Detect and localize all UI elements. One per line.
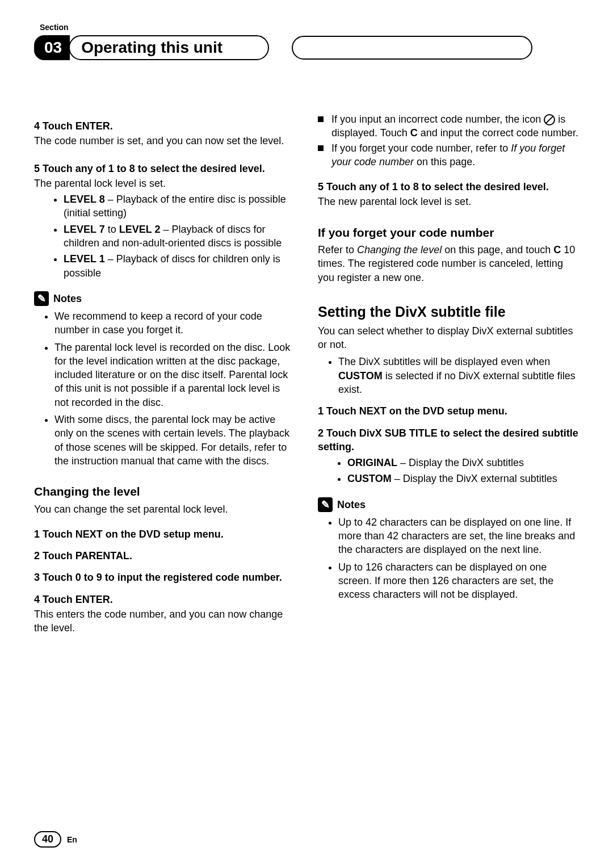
pencil-icon: ✎ [318,497,333,512]
step-4-head: 4 Touch ENTER. [34,119,295,133]
divx-step-2: 2 Touch DivX SUB TITLE to select the des… [318,426,579,454]
language-label: En [67,835,77,844]
prohibited-icon [544,114,555,125]
info-bullet: If you input an incorrect code number, t… [318,112,579,140]
pencil-icon: ✎ [34,291,49,306]
change-step-4: 4 Touch ENTER. [34,593,295,606]
note-item: We recommend to keep a record of your co… [54,309,295,337]
page-footer: 40 En [34,831,77,848]
right-step-5-head: 5 Touch any of 1 to 8 to select the desi… [318,180,579,194]
change-step-2: 2 Touch PARENTAL. [34,549,295,563]
divx-heading: Setting the DivX subtitle file [318,303,579,322]
note-item: Up to 126 characters can be displayed on… [338,560,579,602]
subtitle-option-custom: CUSTOM – Display the DivX external subti… [347,472,579,485]
section-label: Section [40,23,579,32]
page-number: 40 [34,831,61,848]
notes-heading: ✎ Notes [318,497,579,512]
chapter-header: 03 Operating this unit [34,35,579,60]
notes-label: Notes [337,498,366,511]
level-list: LEVEL 8 – Playback of the entire disc is… [34,192,295,280]
info-bullet: If you forget your code number, refer to… [318,141,579,169]
divx-info-list: The DivX subtitles will be displayed eve… [318,355,579,396]
step-4-body: The code number is set, and you can now … [34,134,295,148]
notes-list: We recommend to keep a record of your co… [34,309,295,468]
left-column: 4 Touch ENTER. The code number is set, a… [34,111,295,635]
divx-intro: You can select whether to display DivX e… [318,324,579,352]
forget-code-heading: If you forget your code number [318,225,579,241]
note-item: The parental lock level is recorded on t… [54,341,295,409]
change-step-4-body: This enters the code number, and you can… [34,607,295,635]
divx-info-item: The DivX subtitles will be displayed eve… [338,355,579,396]
notes-label: Notes [53,292,82,305]
note-item: Up to 42 characters can be displayed on … [338,515,579,557]
chapter-number-badge: 03 [34,35,70,60]
note-item: With some discs, the parental lock may b… [54,413,295,468]
right-column: If you input an incorrect code number, t… [318,111,579,635]
step-5-head: 5 Touch any of 1 to 8 to select the desi… [34,162,295,175]
level-7-2-item: LEVEL 7 to LEVEL 2 – Playback of discs f… [64,223,295,250]
notes-heading: ✎ Notes [34,291,295,306]
chapter-title-blank-pill [292,36,532,60]
divx-notes-list: Up to 42 characters can be displayed on … [318,515,579,602]
forget-code-body: Refer to Changing the level on this page… [318,243,579,284]
change-step-3: 3 Touch 0 to 9 to input the registered c… [34,571,295,584]
change-step-1: 1 Touch NEXT on the DVD setup menu. [34,527,295,541]
square-icon [318,116,324,122]
chapter-title: Operating this unit [69,35,269,60]
step-5-body: The parental lock level is set. [34,177,295,190]
divx-step-1: 1 Touch NEXT on the DVD setup menu. [318,404,579,418]
right-step-5-body: The new parental lock level is set. [318,195,579,208]
square-icon [318,145,324,151]
subtitle-options-list: ORIGINAL – Display the DivX subtitles CU… [318,456,579,486]
changing-level-intro: You can change the set parental lock lev… [34,502,295,516]
subtitle-option-original: ORIGINAL – Display the DivX subtitles [347,456,579,469]
level-8-item: LEVEL 8 – Playback of the entire disc is… [64,192,295,220]
changing-level-heading: Changing the level [34,484,295,500]
level-1-item: LEVEL 1 – Playback of discs for children… [64,252,295,280]
